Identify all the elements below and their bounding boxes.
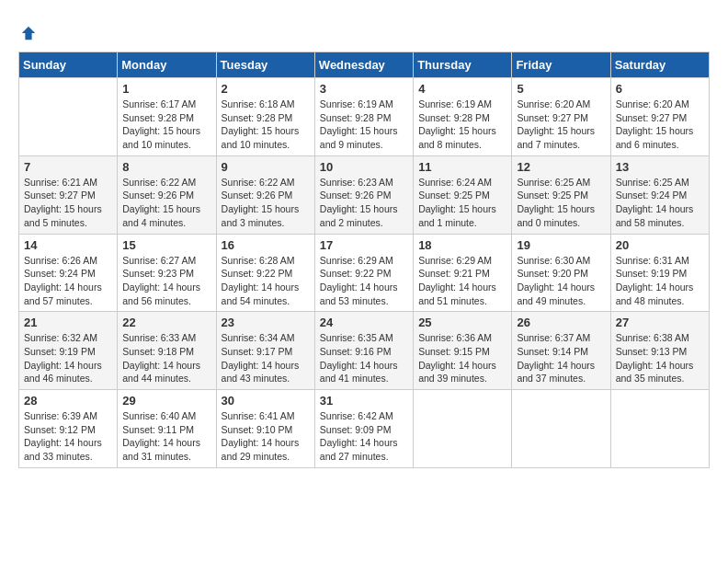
day-cell: 2Sunrise: 6:18 AMSunset: 9:28 PMDaylight… [216, 78, 314, 156]
week-row-1: 7Sunrise: 6:21 AMSunset: 9:27 PMDaylight… [19, 155, 710, 234]
weekday-header-monday: Monday [118, 52, 216, 78]
day-info: Sunrise: 6:37 AMSunset: 9:14 PMDaylight:… [517, 331, 605, 385]
week-row-0: 1Sunrise: 6:17 AMSunset: 9:28 PMDaylight… [19, 78, 710, 156]
day-info: Sunrise: 6:32 AMSunset: 9:19 PMDaylight:… [24, 331, 112, 385]
day-number: 25 [418, 316, 506, 329]
day-number: 17 [320, 238, 408, 252]
day-info: Sunrise: 6:35 AMSunset: 9:16 PMDaylight:… [320, 331, 408, 385]
day-number: 19 [517, 238, 605, 252]
day-cell: 27Sunrise: 6:38 AMSunset: 9:13 PMDayligh… [610, 312, 709, 390]
day-info: Sunrise: 6:17 AMSunset: 9:28 PMDaylight:… [122, 98, 210, 152]
day-cell [19, 78, 118, 156]
day-number: 8 [122, 160, 210, 174]
week-row-3: 21Sunrise: 6:32 AMSunset: 9:19 PMDayligh… [19, 312, 710, 390]
day-cell: 10Sunrise: 6:23 AMSunset: 9:26 PMDayligh… [314, 155, 413, 234]
day-number: 27 [616, 316, 704, 329]
day-info: Sunrise: 6:29 AMSunset: 9:21 PMDaylight:… [418, 254, 506, 308]
weekday-header-friday: Friday [512, 52, 610, 78]
day-number: 6 [616, 82, 704, 96]
day-cell: 25Sunrise: 6:36 AMSunset: 9:15 PMDayligh… [414, 312, 512, 390]
day-cell: 22Sunrise: 6:33 AMSunset: 9:18 PMDayligh… [118, 312, 216, 390]
day-cell: 29Sunrise: 6:40 AMSunset: 9:11 PMDayligh… [118, 390, 216, 468]
header [18, 18, 710, 42]
calendar: SundayMondayTuesdayWednesdayThursdayFrid… [18, 52, 710, 468]
day-info: Sunrise: 6:19 AMSunset: 9:28 PMDaylight:… [320, 98, 408, 152]
day-number: 16 [222, 238, 310, 252]
day-number: 4 [418, 82, 506, 96]
day-cell: 15Sunrise: 6:27 AMSunset: 9:23 PMDayligh… [118, 234, 216, 312]
day-number: 24 [320, 316, 408, 329]
logo-icon [20, 25, 37, 41]
day-info: Sunrise: 6:25 AMSunset: 9:24 PMDaylight:… [616, 176, 704, 230]
day-cell [610, 390, 709, 468]
day-number: 2 [222, 82, 310, 96]
day-cell: 24Sunrise: 6:35 AMSunset: 9:16 PMDayligh… [314, 312, 413, 390]
day-number: 20 [616, 238, 704, 252]
day-info: Sunrise: 6:33 AMSunset: 9:18 PMDaylight:… [122, 331, 210, 385]
day-cell: 16Sunrise: 6:28 AMSunset: 9:22 PMDayligh… [216, 234, 314, 312]
weekday-header-saturday: Saturday [610, 52, 709, 78]
weekday-header-sunday: Sunday [19, 52, 118, 78]
day-number: 1 [122, 82, 210, 96]
day-number: 28 [24, 394, 112, 408]
day-cell: 23Sunrise: 6:34 AMSunset: 9:17 PMDayligh… [216, 312, 314, 390]
week-row-4: 28Sunrise: 6:39 AMSunset: 9:12 PMDayligh… [19, 390, 710, 468]
day-number: 15 [122, 238, 210, 252]
day-number: 22 [122, 316, 210, 329]
day-number: 7 [24, 160, 112, 174]
day-number: 11 [418, 160, 506, 174]
day-cell: 31Sunrise: 6:42 AMSunset: 9:09 PMDayligh… [314, 390, 413, 468]
weekday-header-row: SundayMondayTuesdayWednesdayThursdayFrid… [19, 52, 710, 78]
day-cell: 8Sunrise: 6:22 AMSunset: 9:26 PMDaylight… [118, 155, 216, 234]
day-info: Sunrise: 6:38 AMSunset: 9:13 PMDaylight:… [616, 331, 704, 385]
day-cell: 20Sunrise: 6:31 AMSunset: 9:19 PMDayligh… [610, 234, 709, 312]
day-cell: 28Sunrise: 6:39 AMSunset: 9:12 PMDayligh… [19, 390, 118, 468]
day-info: Sunrise: 6:26 AMSunset: 9:24 PMDaylight:… [24, 254, 112, 308]
day-info: Sunrise: 6:27 AMSunset: 9:23 PMDaylight:… [122, 254, 210, 308]
day-cell: 1Sunrise: 6:17 AMSunset: 9:28 PMDaylight… [118, 78, 216, 156]
week-row-2: 14Sunrise: 6:26 AMSunset: 9:24 PMDayligh… [19, 234, 710, 312]
day-cell [414, 390, 512, 468]
day-cell [512, 390, 610, 468]
day-number: 10 [320, 160, 408, 174]
day-cell: 14Sunrise: 6:26 AMSunset: 9:24 PMDayligh… [19, 234, 118, 312]
day-number: 9 [222, 160, 310, 174]
day-cell: 26Sunrise: 6:37 AMSunset: 9:14 PMDayligh… [512, 312, 610, 390]
day-number: 21 [24, 316, 112, 329]
day-info: Sunrise: 6:20 AMSunset: 9:27 PMDaylight:… [616, 98, 704, 152]
day-cell: 30Sunrise: 6:41 AMSunset: 9:10 PMDayligh… [216, 390, 314, 468]
day-number: 26 [517, 316, 605, 329]
day-number: 3 [320, 82, 408, 96]
day-cell: 12Sunrise: 6:25 AMSunset: 9:25 PMDayligh… [512, 155, 610, 234]
day-number: 14 [24, 238, 112, 252]
day-cell: 9Sunrise: 6:22 AMSunset: 9:26 PMDaylight… [216, 155, 314, 234]
weekday-header-wednesday: Wednesday [314, 52, 413, 78]
svg-marker-0 [22, 27, 35, 40]
day-cell: 6Sunrise: 6:20 AMSunset: 9:27 PMDaylight… [610, 78, 709, 156]
day-info: Sunrise: 6:22 AMSunset: 9:26 PMDaylight:… [122, 176, 210, 230]
day-info: Sunrise: 6:20 AMSunset: 9:27 PMDaylight:… [517, 98, 605, 152]
day-info: Sunrise: 6:39 AMSunset: 9:12 PMDaylight:… [24, 409, 112, 464]
day-cell: 19Sunrise: 6:30 AMSunset: 9:20 PMDayligh… [512, 234, 610, 312]
day-info: Sunrise: 6:22 AMSunset: 9:26 PMDaylight:… [222, 176, 310, 230]
day-info: Sunrise: 6:21 AMSunset: 9:27 PMDaylight:… [24, 176, 112, 230]
day-cell: 3Sunrise: 6:19 AMSunset: 9:28 PMDaylight… [314, 78, 413, 156]
day-number: 13 [616, 160, 704, 174]
day-number: 12 [517, 160, 605, 174]
day-info: Sunrise: 6:18 AMSunset: 9:28 PMDaylight:… [222, 98, 310, 152]
weekday-header-thursday: Thursday [414, 52, 512, 78]
logo [18, 18, 37, 42]
day-cell: 21Sunrise: 6:32 AMSunset: 9:19 PMDayligh… [19, 312, 118, 390]
day-info: Sunrise: 6:42 AMSunset: 9:09 PMDaylight:… [320, 409, 408, 464]
day-info: Sunrise: 6:28 AMSunset: 9:22 PMDaylight:… [222, 254, 310, 308]
day-info: Sunrise: 6:34 AMSunset: 9:17 PMDaylight:… [222, 331, 310, 385]
day-number: 5 [517, 82, 605, 96]
day-info: Sunrise: 6:25 AMSunset: 9:25 PMDaylight:… [517, 176, 605, 230]
day-info: Sunrise: 6:30 AMSunset: 9:20 PMDaylight:… [517, 254, 605, 308]
day-cell: 13Sunrise: 6:25 AMSunset: 9:24 PMDayligh… [610, 155, 709, 234]
day-cell: 5Sunrise: 6:20 AMSunset: 9:27 PMDaylight… [512, 78, 610, 156]
weekday-header-tuesday: Tuesday [216, 52, 314, 78]
day-cell: 18Sunrise: 6:29 AMSunset: 9:21 PMDayligh… [414, 234, 512, 312]
day-cell: 17Sunrise: 6:29 AMSunset: 9:22 PMDayligh… [314, 234, 413, 312]
day-info: Sunrise: 6:23 AMSunset: 9:26 PMDaylight:… [320, 176, 408, 230]
